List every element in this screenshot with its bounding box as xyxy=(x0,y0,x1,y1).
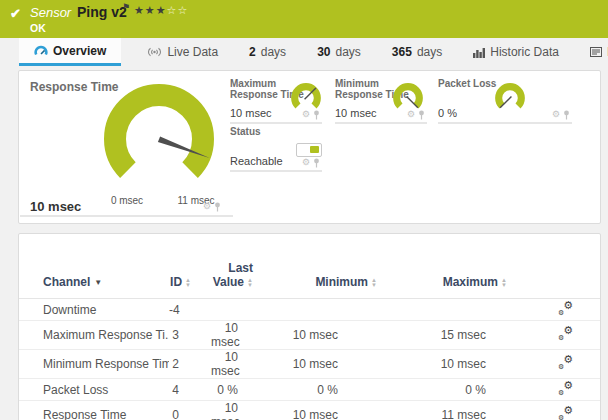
edit-channel-icon[interactable]: ⚙⚙ xyxy=(558,356,573,369)
status-indicator xyxy=(296,143,322,157)
tab-number: 2 xyxy=(249,45,256,59)
col-header-channel[interactable]: Channel▼ xyxy=(19,234,169,299)
mini-gauge-value: 0 % xyxy=(438,107,457,119)
edit-channel-icon[interactable]: ⚙⚙ xyxy=(558,327,573,340)
sort-desc-icon: ▼ xyxy=(94,278,102,287)
cell-last-value: 10 msec xyxy=(211,321,271,350)
tab-2-days[interactable]: 2 days xyxy=(244,38,291,66)
gear-icon[interactable]: ⚙ xyxy=(302,158,310,167)
cell-channel: Response Time xyxy=(19,401,169,420)
table-row-maximum-response-time[interactable]: Maximum Response Ti... 3 10 msec 10 msec… xyxy=(19,321,600,350)
status-title: Status xyxy=(230,126,261,137)
gauge-options: ⚙ xyxy=(407,110,425,120)
cell-maximum: 0 % xyxy=(401,379,531,401)
pin-icon[interactable] xyxy=(563,110,570,120)
response-time-value: 10 msec xyxy=(30,199,81,214)
col-header-minimum[interactable]: Minimum▲▼ xyxy=(271,234,401,299)
gear-icon[interactable]: ⚙ xyxy=(552,110,560,119)
gauge-options: ⚙ xyxy=(203,202,221,212)
prtg-sensor-page: ✔ Sensor Ping v2 ⚑ ★★★☆☆ OK Overview Liv… xyxy=(0,0,608,420)
cell-minimum: 10 msec xyxy=(271,401,401,420)
gauge-options: ⚙ xyxy=(552,110,570,120)
tab-live-data[interactable]: Live Data xyxy=(142,38,223,66)
table-row-packet-loss[interactable]: Packet Loss 4 0 % 0 % 0 % ⚙⚙ xyxy=(19,379,600,401)
sensor-kind-label: Sensor xyxy=(30,5,71,20)
packet-loss-block[interactable]: Packet Loss 0 % ⚙ xyxy=(438,78,572,124)
cell-id: 0 xyxy=(169,401,211,420)
divider xyxy=(20,215,233,217)
sort-icon: ▲▼ xyxy=(247,278,253,288)
sort-icon: ▲▼ xyxy=(185,278,191,288)
col-header-id[interactable]: ID▲▼ xyxy=(169,234,211,299)
cell-last-value: 10 msec xyxy=(211,350,271,379)
sort-icon: ▲▼ xyxy=(501,278,507,288)
status-value: Reachable xyxy=(230,155,283,167)
tab-historic-data[interactable]: Historic Data xyxy=(468,38,564,66)
tab-label: days xyxy=(261,45,286,59)
pin-icon[interactable] xyxy=(313,158,320,168)
tab-label: days xyxy=(335,45,360,59)
cell-maximum: 11 msec xyxy=(401,401,531,420)
tab-overview[interactable]: Overview xyxy=(19,38,121,66)
stars-filled: ★★★ xyxy=(134,4,167,16)
col-header-last-value[interactable]: Last Value▲▼ xyxy=(211,234,271,299)
edit-channel-icon[interactable]: ⚙⚙ xyxy=(558,382,573,395)
cell-id: 2 xyxy=(169,350,211,379)
gear-icon[interactable]: ⚙ xyxy=(203,202,211,211)
bar-chart-icon xyxy=(473,47,485,58)
edit-channel-icon[interactable]: ⚙⚙ xyxy=(558,302,573,315)
stars-empty: ☆☆ xyxy=(167,4,189,16)
table-row-response-time[interactable]: Response Time 0 10 msec 10 msec 11 msec … xyxy=(19,401,600,420)
cell-channel: Packet Loss xyxy=(19,379,169,401)
tab-bar: Overview Live Data 2 days 30 days 365 da… xyxy=(0,38,608,66)
status-indicator-dot xyxy=(310,146,319,153)
cell-id: -4 xyxy=(169,299,211,321)
status-block[interactable]: Status Reachable ⚙ xyxy=(230,126,322,172)
tab-30-days[interactable]: 30 days xyxy=(312,38,366,66)
cell-maximum xyxy=(401,299,531,321)
cell-id: 4 xyxy=(169,379,211,401)
sensor-status-badge: OK xyxy=(30,22,46,34)
priority-stars[interactable]: ★★★☆☆ xyxy=(134,4,188,17)
gear-icon[interactable]: ⚙ xyxy=(407,110,415,119)
cell-maximum: 10 msec xyxy=(401,350,531,379)
cell-minimum xyxy=(271,299,401,321)
gauge-options: ⚙ xyxy=(302,158,320,168)
col-header-label: Minimum xyxy=(315,275,368,289)
col-header-maximum[interactable]: Maximum▲▼ xyxy=(401,234,531,299)
tab-label: Historic Data xyxy=(490,45,559,59)
gauge-options: ⚙ xyxy=(302,110,320,120)
packet-loss-gauge xyxy=(491,80,529,114)
tab-label: Overview xyxy=(53,44,106,58)
table-row-downtime[interactable]: Downtime -4 ⚙⚙ xyxy=(19,299,600,321)
pin-icon[interactable] xyxy=(214,202,221,212)
cell-minimum: 10 msec xyxy=(271,350,401,379)
overview-panel: Response Time 0 msec 11 msec 10 msec ⚙ M… xyxy=(18,70,601,224)
edit-channel-icon[interactable]: ⚙⚙ xyxy=(558,407,573,420)
cell-maximum: 15 msec xyxy=(401,321,531,350)
cell-last-value xyxy=(211,299,271,321)
max-response-time-block[interactable]: Maximum Response Time 10 msec ⚙ xyxy=(230,78,322,124)
tab-label: days xyxy=(417,45,442,59)
cell-channel: Maximum Response Ti... xyxy=(19,321,169,350)
tab-number: 30 xyxy=(317,45,330,59)
sort-icon: ▲▼ xyxy=(371,278,377,288)
gear-icon[interactable]: ⚙ xyxy=(302,110,310,119)
tab-365-days[interactable]: 365 days xyxy=(387,38,447,66)
tab-label: Live Data xyxy=(167,45,218,59)
sensor-titlebar: ✔ Sensor Ping v2 ⚑ ★★★☆☆ OK xyxy=(0,0,608,38)
tab-log[interactable]: Log xyxy=(585,38,608,66)
cell-minimum: 10 msec xyxy=(271,321,401,350)
table-row-minimum-response-time[interactable]: Minimum Response Time 2 10 msec 10 msec … xyxy=(19,350,600,379)
cell-last-value: 10 msec xyxy=(211,401,271,420)
mini-gauge-value: 10 msec xyxy=(335,107,377,119)
response-time-gauge xyxy=(97,81,221,193)
ok-check-icon: ✔ xyxy=(10,6,21,21)
cell-minimum: 0 % xyxy=(271,379,401,401)
min-response-time-block[interactable]: Minimum Response Time 10 msec ⚙ xyxy=(335,78,427,124)
flag-icon[interactable]: ⚑ xyxy=(122,2,130,12)
pin-icon[interactable] xyxy=(418,110,425,120)
col-header-label: Channel xyxy=(43,275,90,289)
col-header-label: ID xyxy=(170,275,182,289)
pin-icon[interactable] xyxy=(313,110,320,120)
